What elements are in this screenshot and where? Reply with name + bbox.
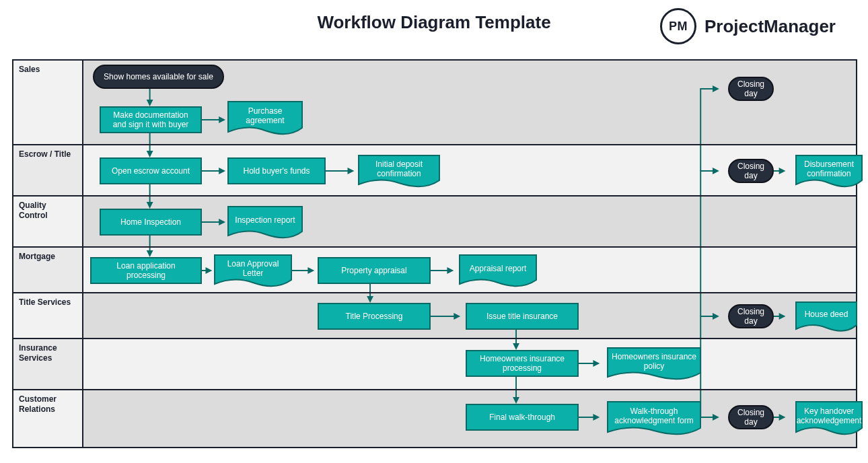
terminator-closing-cr: Closing day [728, 405, 774, 429]
process-issue-title-insurance: Issue title insurance [466, 303, 579, 330]
svg-marker-0 [147, 100, 153, 106]
process-property-appraisal: Property appraisal [318, 257, 431, 284]
lane-insurance: Insurance Services Homeowners insurance … [13, 339, 856, 390]
svg-marker-8 [147, 202, 153, 209]
document-label: Inspection report [227, 206, 303, 234]
process-make-documentation: Make documentation and sign it with buye… [100, 106, 202, 133]
lane-body-escrow: Open escrow account Hold buyer's funds I… [83, 145, 856, 195]
lane-escrow: Escrow / Title Open escrow account Hold … [13, 145, 856, 197]
document-label: Homeowners insurance policy [607, 347, 701, 376]
document-label: Purchase agreement [227, 101, 303, 131]
document-inspection-report: Inspection report [227, 206, 303, 240]
svg-marker-21 [593, 414, 600, 421]
lane-mortgage: Mortgage Loan application processing Loa… [13, 248, 856, 293]
brand-logo-icon: PM [660, 8, 696, 44]
lane-body-qc: Home Inspection Inspection report [83, 197, 856, 246]
page: Workflow Diagram Template PM ProjectMana… [0, 0, 868, 463]
lane-customer-relations: Customer Relations Final walk-through Wa… [13, 390, 856, 447]
document-label: House deed [795, 301, 857, 327]
svg-marker-20 [513, 397, 519, 404]
lane-label-escrow: Escrow / Title [13, 145, 83, 195]
document-label: Key handover acknowledgement [795, 401, 863, 431]
svg-marker-17 [779, 313, 786, 320]
lane-title: Title Services Title Processing Issue ti… [13, 293, 856, 339]
process-homeowners-insurance: Homeowners insurance processing [466, 350, 579, 377]
svg-marker-18 [513, 343, 519, 350]
svg-marker-2 [713, 85, 719, 92]
lane-label-insurance: Insurance Services [13, 339, 83, 389]
lane-sales: Sales Show homes available for sale Make… [13, 61, 856, 145]
terminator-closing-title: Closing day [728, 304, 774, 328]
svg-marker-23 [779, 414, 786, 421]
document-initial-deposit: Initial deposit confirmation [358, 155, 440, 188]
svg-marker-12 [308, 267, 314, 274]
lane-body-insurance: Homeowners insurance processing Homeowne… [83, 339, 856, 389]
lane-body-title: Title Processing Issue title insurance C… [83, 293, 856, 338]
svg-marker-6 [713, 168, 719, 174]
lane-label-title: Title Services [13, 293, 83, 338]
swimlane-diagram: Sales Show homes available for sale Make… [12, 59, 857, 448]
document-label: Appraisal report [459, 254, 537, 283]
lane-body-mortgage: Loan application processing Loan Approva… [83, 248, 856, 292]
brand-name: ProjectManager [704, 16, 836, 37]
svg-marker-4 [219, 168, 225, 174]
terminator-closing-escrow: Closing day [728, 159, 774, 183]
process-loan-application: Loan application processing [90, 257, 202, 284]
process-home-inspection: Home Inspection [100, 209, 202, 236]
svg-marker-11 [205, 267, 212, 274]
process-title-processing: Title Processing [318, 303, 431, 330]
document-purchase-agreement: Purchase agreement [227, 101, 303, 136]
svg-marker-3 [147, 151, 153, 157]
document-homeowners-policy: Homeowners insurance policy [607, 347, 701, 381]
document-label: Loan Approval Letter [214, 254, 292, 283]
svg-marker-19 [593, 360, 600, 367]
document-label: Walk-through acknowledgment form [607, 401, 701, 431]
document-house-deed: House deed [795, 301, 857, 332]
brand: PM ProjectManager [660, 8, 836, 44]
svg-marker-13 [447, 267, 454, 274]
process-open-escrow: Open escrow account [100, 157, 202, 184]
terminator-start: Show homes available for sale [93, 65, 224, 89]
svg-marker-16 [713, 313, 719, 320]
document-walkthrough-ack: Walk-through acknowledgment form [607, 401, 701, 436]
svg-marker-14 [367, 296, 373, 303]
document-appraisal-report: Appraisal report [459, 254, 537, 288]
document-key-handover: Key handover acknowledgement [795, 401, 863, 436]
svg-marker-10 [147, 250, 153, 257]
lane-label-mortgage: Mortgage [13, 248, 83, 292]
document-label: Initial deposit confirmation [358, 155, 440, 183]
document-loan-approval: Loan Approval Letter [214, 254, 292, 288]
process-hold-funds: Hold buyer's funds [227, 157, 326, 184]
process-final-walkthrough: Final walk-through [466, 404, 579, 431]
document-label: Disbursement confirmation [795, 155, 863, 183]
lane-qc: Quality Control Home Inspection Inspecti… [13, 197, 856, 248]
svg-marker-1 [219, 116, 225, 123]
svg-marker-22 [713, 414, 719, 421]
svg-marker-5 [348, 168, 355, 174]
svg-marker-15 [454, 313, 460, 320]
lane-body-cr: Final walk-through Walk-through acknowle… [83, 390, 856, 447]
lane-label-cr: Customer Relations [13, 390, 83, 447]
lane-label-sales: Sales [13, 61, 83, 144]
svg-marker-7 [779, 168, 786, 174]
terminator-closing-sales: Closing day [728, 77, 774, 101]
lane-label-qc: Quality Control [13, 197, 83, 246]
document-disbursement: Disbursement confirmation [795, 155, 863, 188]
svg-marker-9 [219, 219, 225, 225]
lane-body-sales: Show homes available for sale Make docum… [83, 61, 856, 144]
